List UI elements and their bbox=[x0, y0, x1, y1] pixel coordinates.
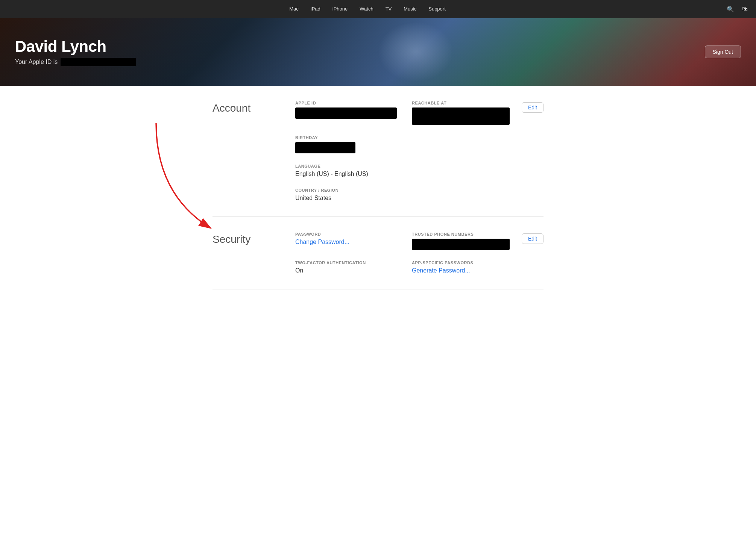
nav-mac[interactable]: Mac bbox=[283, 0, 305, 18]
country-field: COUNTRY / REGION United States bbox=[295, 188, 397, 201]
navigation: Mac iPad iPhone Watch TV Music Support 🔍… bbox=[0, 0, 756, 18]
language-label: LANGUAGE bbox=[295, 164, 397, 168]
nav-utilities: 🔍 🛍 bbox=[727, 6, 748, 13]
account-fields: APPLE ID REACHABLE AT BIRTHDAY LANGUAGE … bbox=[295, 101, 513, 201]
apple-id-value-redacted bbox=[295, 107, 397, 119]
two-factor-value: On bbox=[295, 267, 397, 274]
nav-tv[interactable]: TV bbox=[380, 0, 398, 18]
account-edit-area: Edit bbox=[513, 101, 543, 201]
password-label: PASSWORD bbox=[295, 232, 397, 236]
language-field: LANGUAGE English (US) - English (US) bbox=[295, 164, 397, 177]
generate-password-link[interactable]: Generate Password... bbox=[412, 267, 513, 274]
hero-subtitle: Your Apple ID is bbox=[15, 58, 705, 66]
search-icon[interactable]: 🔍 bbox=[727, 6, 734, 13]
main-content: Account APPLE ID REACHABLE AT BIRTHDAY L bbox=[197, 86, 559, 289]
app-passwords-field: APP-SPECIFIC PASSWORDS Generate Password… bbox=[412, 260, 513, 274]
nav-music[interactable]: Music bbox=[398, 0, 422, 18]
country-value: United States bbox=[295, 195, 397, 201]
birthday-value-redacted bbox=[295, 142, 355, 153]
security-fields: PASSWORD Change Password... TRUSTED PHON… bbox=[295, 232, 513, 274]
birthday-field: BIRTHDAY bbox=[295, 135, 397, 153]
sign-out-button[interactable]: Sign Out bbox=[705, 45, 741, 58]
user-name: David Lynch bbox=[15, 38, 705, 56]
bag-icon[interactable]: 🛍 bbox=[742, 6, 748, 12]
trusted-phones-value-redacted bbox=[412, 239, 510, 250]
nav-support[interactable]: Support bbox=[422, 0, 452, 18]
reachable-at-value-redacted bbox=[412, 107, 510, 125]
apple-id-label: APPLE ID bbox=[295, 101, 397, 105]
password-field: PASSWORD Change Password... bbox=[295, 232, 397, 250]
account-section-label: Account bbox=[213, 101, 295, 201]
change-password-link[interactable]: Change Password... bbox=[295, 239, 397, 245]
account-section: Account APPLE ID REACHABLE AT BIRTHDAY L bbox=[213, 86, 543, 217]
birthday-label: BIRTHDAY bbox=[295, 135, 397, 140]
reachable-at-field: REACHABLE AT bbox=[412, 101, 513, 125]
security-section: Security PASSWORD Change Password... TRU… bbox=[213, 217, 543, 289]
country-label: COUNTRY / REGION bbox=[295, 188, 397, 192]
hero-content: David Lynch Your Apple ID is bbox=[15, 38, 705, 66]
trusted-phones-field: TRUSTED PHONE NUMBERS bbox=[412, 232, 513, 250]
apple-id-redacted bbox=[61, 58, 136, 66]
two-factor-field: TWO-FACTOR AUTHENTICATION On bbox=[295, 260, 397, 274]
hero-banner: David Lynch Your Apple ID is Sign Out bbox=[0, 18, 756, 86]
app-passwords-label: APP-SPECIFIC PASSWORDS bbox=[412, 260, 513, 265]
language-value: English (US) - English (US) bbox=[295, 171, 397, 177]
account-edit-button[interactable]: Edit bbox=[522, 102, 543, 113]
nav-ipad[interactable]: iPad bbox=[305, 0, 326, 18]
nav-links: Mac iPad iPhone Watch TV Music Support bbox=[8, 0, 727, 18]
security-section-label: Security bbox=[213, 232, 295, 274]
reachable-at-label: REACHABLE AT bbox=[412, 101, 513, 105]
security-edit-area: Edit bbox=[513, 232, 543, 274]
two-factor-label: TWO-FACTOR AUTHENTICATION bbox=[295, 260, 397, 265]
nav-iphone[interactable]: iPhone bbox=[326, 0, 354, 18]
trusted-phones-label: TRUSTED PHONE NUMBERS bbox=[412, 232, 513, 236]
nav-watch[interactable]: Watch bbox=[354, 0, 379, 18]
apple-id-field: APPLE ID bbox=[295, 101, 397, 125]
security-edit-button[interactable]: Edit bbox=[522, 233, 543, 244]
